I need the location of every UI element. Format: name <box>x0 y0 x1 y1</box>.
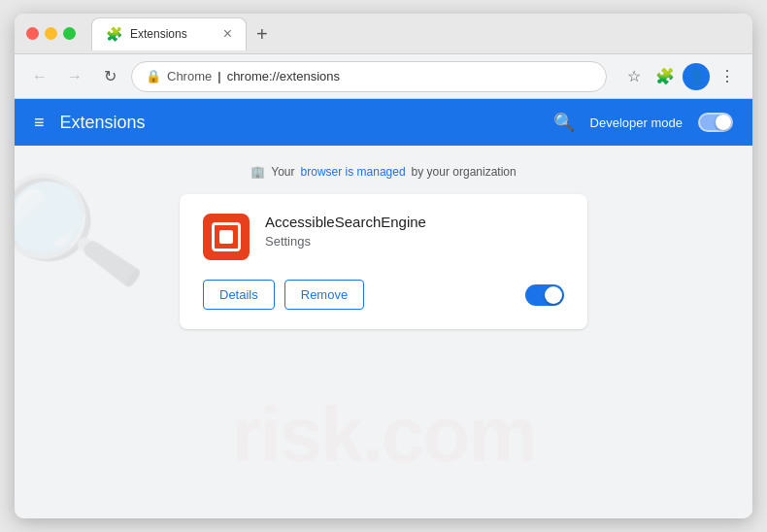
managed-link[interactable]: browser is managed <box>301 165 406 179</box>
refresh-button[interactable]: ↻ <box>96 63 123 90</box>
maximize-window-button[interactable] <box>63 27 76 40</box>
main-content: 🔍 risk.com 🏢 Your browser is managed by … <box>15 146 752 518</box>
managed-text-after: by your organization <box>412 165 517 179</box>
traffic-lights <box>26 27 76 40</box>
puzzle-icon: 🧩 <box>655 67 675 85</box>
forward-icon: → <box>67 68 83 85</box>
search-button[interactable]: 🔍 <box>553 112 575 133</box>
active-tab[interactable]: 🧩 Extensions × <box>91 17 247 50</box>
remove-button[interactable]: Remove <box>284 280 364 310</box>
extension-card-header: AccessibleSearchEngine Settings <box>203 214 564 260</box>
profile-button[interactable]: 👤 <box>683 63 710 90</box>
managed-icon: 🏢 <box>250 165 265 179</box>
address-actions: ☆ 🧩 👤 ⋮ <box>620 63 741 90</box>
managed-notice: 🏢 Your browser is managed by your organi… <box>250 165 516 179</box>
extension-icon-inner <box>212 222 241 251</box>
developer-mode-label: Developer mode <box>590 116 683 130</box>
search-icon: 🔍 <box>553 113 575 132</box>
extension-toggle[interactable] <box>525 284 564 306</box>
extension-icon <box>203 214 250 260</box>
watermark-text: risk.com <box>231 390 535 480</box>
tab-close-button[interactable]: × <box>223 26 232 42</box>
close-window-button[interactable] <box>26 27 39 40</box>
refresh-icon: ↻ <box>104 67 117 85</box>
address-box[interactable]: 🔒 Chrome | chrome://extensions <box>131 61 607 92</box>
extension-card-footer: Details Remove <box>203 280 564 310</box>
details-button[interactable]: Details <box>203 280 275 310</box>
new-tab-button[interactable]: + <box>250 24 274 44</box>
back-button[interactable]: ← <box>26 63 53 90</box>
forward-button[interactable]: → <box>61 63 88 90</box>
watermark-magnifier-icon: 🔍 <box>15 153 151 314</box>
page-title: Extensions <box>60 113 146 133</box>
managed-text-before: Your <box>271 165 294 179</box>
menu-button[interactable]: ⋮ <box>714 63 741 90</box>
tab-bar: 🧩 Extensions × + <box>91 17 741 50</box>
address-origin: Chrome <box>167 69 212 83</box>
developer-mode-toggle[interactable] <box>698 113 733 132</box>
extensions-button[interactable]: 🧩 <box>651 63 679 90</box>
browser-window: 🧩 Extensions × + ← → ↻ 🔒 Chrome | chrome… <box>15 14 752 518</box>
extension-settings-label[interactable]: Settings <box>265 234 426 249</box>
address-path: chrome://extensions <box>227 69 340 83</box>
tab-icon: 🧩 <box>106 26 122 42</box>
kebab-icon: ⋮ <box>719 67 735 85</box>
tab-label: Extensions <box>130 27 187 41</box>
extensions-header: ≡ Extensions 🔍 Developer mode <box>15 99 752 146</box>
minimize-window-button[interactable] <box>45 27 57 40</box>
extension-toggle-knob <box>545 286 562 304</box>
title-bar: 🧩 Extensions × + <box>15 14 752 54</box>
star-icon: ☆ <box>627 67 641 85</box>
hamburger-icon[interactable]: ≡ <box>34 113 45 133</box>
toggle-knob <box>716 115 731 130</box>
extension-info: AccessibleSearchEngine Settings <box>265 214 426 249</box>
extension-name: AccessibleSearchEngine <box>265 214 426 230</box>
back-icon: ← <box>32 68 48 85</box>
lock-icon: 🔒 <box>146 69 161 83</box>
address-bar-row: ← → ↻ 🔒 Chrome | chrome://extensions ☆ 🧩… <box>15 54 752 99</box>
profile-icon: 👤 <box>688 69 705 84</box>
bookmark-button[interactable]: ☆ <box>620 63 648 90</box>
header-right: 🔍 Developer mode <box>553 112 733 133</box>
address-separator: | <box>217 69 220 83</box>
extension-card: AccessibleSearchEngine Settings Details … <box>180 194 587 329</box>
